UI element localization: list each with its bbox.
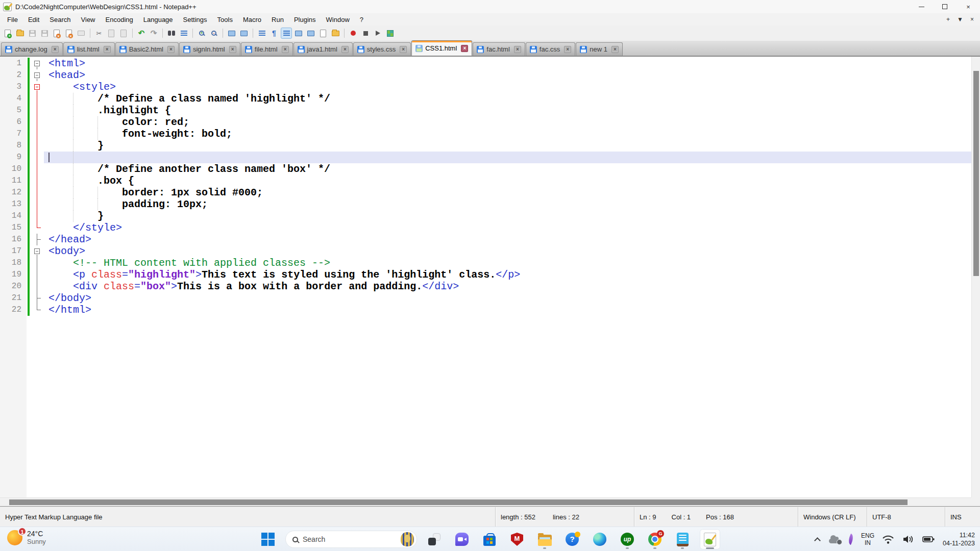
find-icon[interactable]: [166, 28, 177, 39]
tab-close-icon[interactable]: ×: [229, 46, 236, 53]
vertical-scrollbar[interactable]: [971, 57, 980, 497]
fold-margin[interactable]: [31, 128, 44, 140]
tab-styles.css[interactable]: styles.css×: [353, 42, 411, 56]
menu-language[interactable]: Language: [138, 14, 178, 25]
notepad-plus-plus-taskbar-button[interactable]: [700, 529, 720, 549]
fold-margin[interactable]: [31, 245, 44, 257]
save-all-icon[interactable]: [39, 28, 50, 39]
menu-tools[interactable]: Tools: [212, 14, 238, 25]
speaker-icon[interactable]: [902, 534, 914, 544]
code-editor[interactable]: 1<html>2<head>3 <style>4 /* Define a cla…: [0, 56, 980, 506]
word-wrap-icon[interactable]: [256, 28, 267, 39]
tab-close-icon[interactable]: ×: [514, 46, 521, 53]
code-text[interactable]: /* Define another class named 'box' */: [44, 163, 971, 175]
fold-margin[interactable]: [31, 175, 44, 187]
microsoft-store-button[interactable]: [479, 529, 500, 549]
save-macro-icon[interactable]: [384, 28, 396, 39]
edge-button[interactable]: [590, 529, 610, 549]
weather-widget[interactable]: 1 24°C Sunny: [7, 530, 46, 545]
fold-margin[interactable]: [31, 269, 44, 281]
menu-macro[interactable]: Macro: [238, 14, 266, 25]
tray-overflow-chevron-icon[interactable]: [814, 537, 821, 544]
sync-horizontal-icon[interactable]: [238, 28, 250, 39]
menu-edit[interactable]: Edit: [23, 14, 44, 25]
new-file-icon[interactable]: +: [2, 28, 13, 39]
menu-settings[interactable]: Settings: [178, 14, 212, 25]
start-button[interactable]: [258, 529, 278, 549]
sync-vertical-icon[interactable]: [226, 28, 237, 39]
tab-java1.html[interactable]: java1.html×: [293, 42, 353, 56]
fold-margin[interactable]: [31, 81, 44, 93]
tab-close-icon[interactable]: ×: [52, 46, 59, 53]
code-text[interactable]: border: 1px solid #000;: [44, 187, 971, 198]
chat-button[interactable]: [452, 529, 472, 549]
show-all-characters-icon[interactable]: ¶: [268, 28, 280, 39]
zoom-in-icon[interactable]: +: [196, 28, 207, 39]
menu-help[interactable]: ?: [355, 14, 369, 25]
code-text[interactable]: .highlight {: [44, 105, 971, 116]
close-button[interactable]: ×: [957, 0, 980, 13]
code-text[interactable]: </head>: [44, 234, 971, 245]
function-list-icon[interactable]: [293, 28, 304, 39]
record-macro-icon[interactable]: [348, 28, 359, 39]
menu-file[interactable]: File: [2, 14, 23, 25]
tab-list-dropdown[interactable]: ▼: [957, 16, 963, 23]
save-icon[interactable]: [27, 28, 38, 39]
vertical-scrollbar-thumb[interactable]: [973, 71, 979, 276]
tab-close-icon[interactable]: ×: [104, 46, 111, 53]
battery-icon[interactable]: [922, 534, 935, 544]
folder-as-workspace-icon[interactable]: [330, 28, 341, 39]
get-help-button[interactable]: ?: [562, 529, 582, 549]
tab-close-icon[interactable]: ×: [282, 46, 289, 53]
mcafee-button[interactable]: M: [507, 529, 527, 549]
horizontal-scrollbar[interactable]: [0, 497, 971, 506]
tab-basic2.html[interactable]: Basic2.html×: [115, 42, 179, 56]
new-tab-button[interactable]: +: [946, 16, 950, 23]
chrome-button[interactable]: G: [645, 529, 665, 549]
zoom-out-icon[interactable]: -: [208, 28, 219, 39]
menu-search[interactable]: Search: [44, 14, 76, 25]
horizontal-scrollbar-thumb[interactable]: [9, 499, 908, 505]
tab-close-icon[interactable]: ×: [611, 46, 619, 53]
undo-icon[interactable]: ↶: [136, 28, 147, 39]
maximize-button[interactable]: [933, 0, 957, 13]
document-list-icon[interactable]: [317, 28, 329, 39]
fold-margin[interactable]: [31, 281, 44, 292]
menu-encoding[interactable]: Encoding: [101, 14, 138, 25]
fold-margin[interactable]: [31, 198, 44, 210]
menu-run[interactable]: Run: [266, 14, 289, 25]
code-text[interactable]: </style>: [44, 222, 971, 234]
task-view-button[interactable]: [424, 529, 445, 549]
fold-margin[interactable]: [31, 58, 44, 69]
tab-close-icon[interactable]: ×: [167, 46, 175, 53]
close-tab-button[interactable]: ×: [970, 16, 974, 23]
tab-close-icon[interactable]: ×: [461, 45, 468, 52]
code-text[interactable]: <div class="box">This is a box with a bo…: [44, 281, 971, 292]
fold-margin[interactable]: [31, 234, 44, 245]
notepad-button[interactable]: [672, 529, 693, 549]
code-text[interactable]: font-weight: bold;: [44, 128, 971, 140]
code-text[interactable]: <p class="highlight">This text is styled…: [44, 269, 971, 281]
code-text[interactable]: </body>: [44, 292, 971, 304]
tab-close-icon[interactable]: ×: [400, 46, 407, 53]
language-indicator[interactable]: ENG IN: [861, 532, 874, 546]
fold-margin[interactable]: [31, 116, 44, 128]
feather-pen-icon[interactable]: [846, 534, 855, 545]
code-text[interactable]: /* Define a class named 'highlight' */: [44, 93, 971, 105]
menu-window[interactable]: Window: [321, 14, 355, 25]
onedrive-paused-icon[interactable]: [827, 535, 841, 543]
tab-list.html[interactable]: list.html×: [63, 42, 115, 56]
redo-icon[interactable]: ↷: [148, 28, 159, 39]
tab-signin.html[interactable]: signIn.html×: [179, 42, 240, 56]
tab-file.html[interactable]: file.html×: [241, 42, 293, 56]
fold-margin[interactable]: [31, 105, 44, 116]
taskbar-search-input[interactable]: Search: [285, 531, 417, 548]
code-text[interactable]: }: [44, 210, 971, 222]
tab-close-icon[interactable]: ×: [341, 46, 349, 53]
document-map-icon[interactable]: [305, 28, 316, 39]
fold-margin[interactable]: [31, 187, 44, 198]
wifi-icon[interactable]: [882, 534, 894, 544]
fold-margin[interactable]: [31, 93, 44, 105]
code-text[interactable]: <html>: [44, 58, 971, 69]
fold-margin[interactable]: [31, 257, 44, 269]
